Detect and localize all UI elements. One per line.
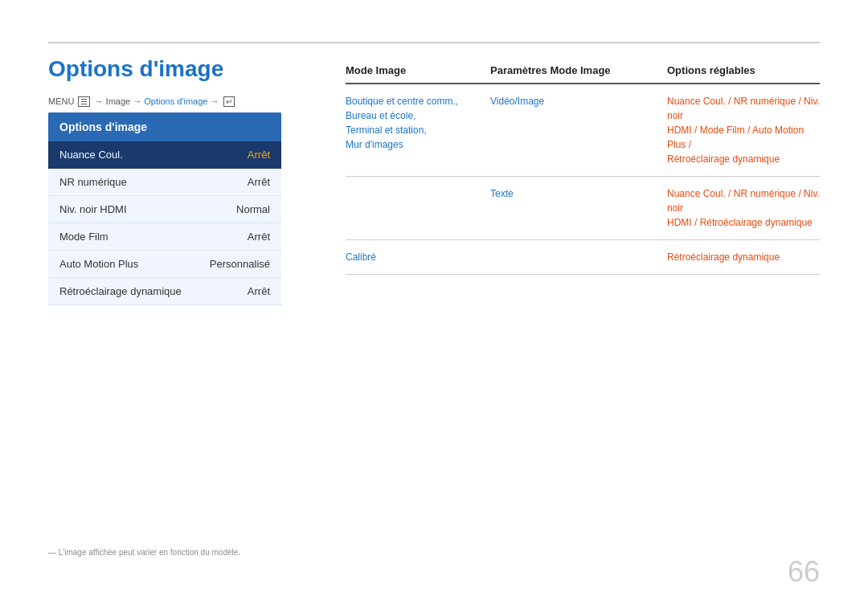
breadcrumb-sep3: → <box>211 96 219 106</box>
row-mode-1: Boutique et centre comm.,Bureau et école… <box>346 94 490 166</box>
menu-item-value-film: Arrêt <box>248 231 270 243</box>
panel-header: Options d'image <box>48 112 281 141</box>
footnote: ― L'image affichée peut varier en foncti… <box>48 548 240 557</box>
row-options-3: Rétroéclairage dynamique <box>667 250 820 264</box>
table-row: Texte Nuance Coul. / NR numérique / Niv.… <box>346 177 820 240</box>
breadcrumb-part1: Image <box>106 96 131 106</box>
page-title: Options d'image <box>48 56 223 82</box>
menu-item-auto[interactable]: Auto Motion Plus Personnalisé <box>48 251 281 278</box>
menu-item-value-retro: Arrêt <box>248 285 270 297</box>
options-panel: Options d'image Nuance Coul. Arrêt NR nu… <box>48 112 281 305</box>
menu-item-nr[interactable]: NR numérique Arrêt <box>48 169 281 196</box>
menu-item-niv[interactable]: Niv. noir HDMI Normal <box>48 196 281 223</box>
col-header-params: Paramètres Mode Image <box>490 64 667 76</box>
menu-item-label-niv: Niv. noir HDMI <box>59 203 127 215</box>
breadcrumb: MENU ☰ → Image → Options d'image → ↵ <box>48 96 236 107</box>
row-params-3 <box>490 250 667 264</box>
row-mode-2 <box>346 186 490 230</box>
menu-label: MENU <box>48 96 74 106</box>
menu-item-value-nr: Arrêt <box>248 176 270 188</box>
row-options-2: Nuance Coul. / NR numérique / Niv. noirH… <box>667 186 820 230</box>
breadcrumb-sep2: → <box>133 96 141 106</box>
col-header-options: Options réglables <box>667 64 820 76</box>
top-divider <box>48 42 820 43</box>
menu-item-film[interactable]: Mode Film Arrêt <box>48 223 281 251</box>
menu-item-label-nuance: Nuance Coul. <box>59 149 123 161</box>
row-mode-3: Calibré <box>346 250 490 264</box>
table-row: Boutique et centre comm.,Bureau et école… <box>346 84 820 177</box>
breadcrumb-sep1: → <box>95 96 104 106</box>
menu-item-nuance[interactable]: Nuance Coul. Arrêt <box>48 141 281 169</box>
menu-item-value-nuance: Arrêt <box>248 149 270 161</box>
row-params-1: Vidéo/Image <box>490 94 667 166</box>
right-content: Mode Image Paramètres Mode Image Options… <box>346 64 820 275</box>
menu-item-label-auto: Auto Motion Plus <box>59 258 138 270</box>
col-header-mode: Mode Image <box>346 64 490 76</box>
row-options-1: Nuance Coul. / NR numérique / Niv. noirH… <box>667 94 820 166</box>
enter-icon: ↵ <box>223 96 235 107</box>
menu-item-retro[interactable]: Rétroéclairage dynamique Arrêt <box>48 278 281 305</box>
menu-icon: ☰ <box>78 96 90 107</box>
row-params-2: Texte <box>490 186 667 230</box>
menu-item-label-retro: Rétroéclairage dynamique <box>59 285 182 297</box>
menu-item-value-niv: Normal <box>236 203 270 215</box>
page-number: 66 <box>788 555 820 589</box>
menu-item-label-nr: NR numérique <box>59 176 127 188</box>
breadcrumb-part2: Options d'image <box>144 96 207 106</box>
menu-item-label-film: Mode Film <box>59 231 108 243</box>
menu-item-value-auto: Personnalisé <box>210 258 270 270</box>
table-header: Mode Image Paramètres Mode Image Options… <box>346 64 820 84</box>
table-row: Calibré Rétroéclairage dynamique <box>346 240 820 275</box>
